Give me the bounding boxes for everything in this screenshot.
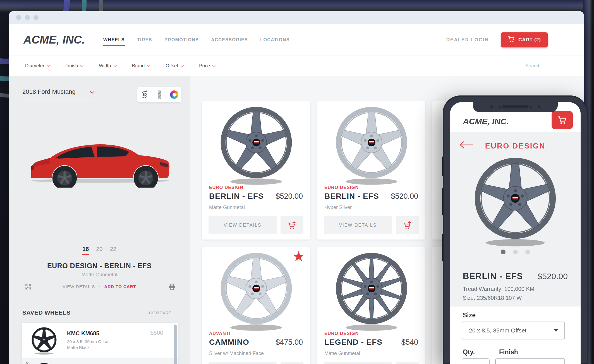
product-finish: Matte Gunmetal — [209, 205, 245, 210]
chevron-down-icon — [47, 64, 50, 67]
saved-wheels-list: KMC KM685 20 x 8.5, 35mm OffsetMatte Bla… — [22, 323, 178, 364]
product-image — [330, 104, 413, 185]
rotate-3d-button[interactable]: 3D — [137, 87, 152, 102]
vehicle-preview-image[interactable] — [23, 123, 179, 189]
site-logo: ACME, INC. — [463, 117, 509, 126]
add-to-cart-button[interactable] — [396, 216, 419, 234]
product-price: $520.00 — [391, 192, 418, 201]
nav-item-locations[interactable]: LOCATIONS — [260, 37, 290, 42]
divider — [22, 100, 94, 100]
qty-select[interactable]: 4 — [462, 358, 490, 364]
product-brand: EURO DESIGN — [209, 185, 243, 190]
product-name: LEGEND - EFS — [324, 338, 382, 347]
product-card[interactable]: EURO DESIGN LEGEND - EFS $540 Matte Gunm… — [317, 247, 426, 364]
nav-item-wheels[interactable]: WHEELS — [103, 37, 125, 42]
add-to-cart-button[interactable] — [396, 362, 419, 364]
carousel-dot[interactable] — [501, 250, 506, 254]
compare-link[interactable]: COMPARE ... — [149, 310, 178, 315]
add-to-cart-icon — [403, 221, 412, 230]
window-control-dot[interactable] — [16, 15, 21, 20]
nav-item-accessories[interactable]: ACCESSORIES — [211, 37, 248, 42]
rotate-3d-icon: 3D — [140, 90, 149, 99]
size-tab-18[interactable]: 18 — [82, 246, 89, 255]
size-select[interactable]: 20 x 8.5, 35mm Offset — [462, 322, 565, 339]
cart-button-label: CART (2) — [518, 37, 541, 43]
finish-select[interactable]: Black Painted — [495, 358, 565, 364]
vehicle-select-value: 2018 Ford Mustang — [22, 88, 76, 95]
product-card[interactable]: ★ ADVANTI CAMMINO $475.00 Silver w/ Mach… — [202, 247, 310, 364]
product-image[interactable] — [469, 155, 561, 247]
close-icon[interactable]: × — [25, 360, 29, 364]
view-toolbar: 3D — [137, 87, 181, 102]
main-nav: WHEELS TIRES PROMOTIONS ACCESSORIES LOCA… — [103, 37, 290, 42]
wheel-size-tabs: 18 20 22 — [9, 246, 190, 255]
saved-wheel-row[interactable]: × KMC KM685 20 x 8.5, 35mm OffsetMatte B… — [22, 358, 178, 364]
product-price: $520.00 — [276, 192, 303, 201]
print-icon[interactable] — [168, 283, 176, 292]
dealer-login-link[interactable]: DEALER LOGIN — [446, 37, 489, 43]
view-details-button[interactable]: VIEW DETAILS — [324, 362, 392, 364]
wheel-thumbnail — [31, 362, 58, 364]
tire-size-spec: Size: 235/60R18 107 W — [463, 295, 522, 301]
chevron-down-icon — [147, 64, 150, 67]
saved-wheel-spec: 20 x 8.5, 35mm Offset — [67, 339, 109, 344]
search-input[interactable]: Search ... — [525, 63, 546, 69]
filter-offset[interactable]: Offset — [166, 63, 183, 69]
filter-diameter[interactable]: Diameter — [25, 63, 49, 69]
add-to-cart-link[interactable]: ADD TO CART — [104, 284, 136, 289]
suspension-button[interactable] — [152, 87, 167, 102]
saved-wheel-price: $500 — [150, 329, 163, 336]
window-control-dot[interactable] — [25, 15, 30, 20]
cart-button[interactable]: CART (2) — [501, 32, 548, 47]
filter-brand[interactable]: Brand — [132, 63, 149, 69]
add-to-cart-button[interactable] — [281, 362, 303, 364]
view-details-button[interactable]: VIEW DETAILS — [209, 216, 277, 234]
cart-button[interactable] — [552, 111, 573, 129]
chevron-down-icon — [90, 89, 95, 94]
product-name: CAMMINO — [209, 338, 249, 347]
add-to-cart-button[interactable] — [281, 216, 303, 234]
product-card[interactable]: EURO DESIGN BERLIN - EFS $520.00 Matte G… — [202, 101, 310, 240]
vehicle-select[interactable]: 2018 Ford Mustang — [22, 88, 93, 95]
filter-width[interactable]: Width — [99, 63, 116, 69]
filter-price[interactable]: Price — [199, 63, 215, 69]
carousel-dot[interactable] — [525, 250, 530, 254]
scrollbar[interactable] — [174, 324, 177, 362]
selected-wheel-finish: Matte Gunmetal — [9, 272, 190, 278]
suspension-spring-icon — [158, 90, 161, 99]
vehicle-sidebar: 2018 Ford Mustang 3D — [9, 76, 190, 364]
filter-finish[interactable]: Finish — [65, 63, 83, 69]
view-details-link[interactable]: VIEW DETAILS — [63, 284, 95, 289]
product-finish: Matte Gunmetal — [324, 351, 360, 356]
color-picker-button[interactable] — [167, 87, 181, 102]
mobile-phone-mockup: ACME, INC. EURO DESIGN — [443, 95, 588, 364]
brand-title: EURO DESIGN — [450, 142, 581, 150]
product-card[interactable]: EURO DESIGN BERLIN - EFS $520.00 Hyper S… — [317, 101, 426, 240]
site-logo[interactable]: ACME, INC. — [23, 33, 99, 46]
chevron-down-icon — [554, 329, 558, 332]
size-tab-22[interactable]: 22 — [110, 246, 116, 255]
size-tab-20[interactable]: 20 — [96, 246, 102, 255]
size-label: Size — [463, 312, 476, 319]
nav-item-promotions[interactable]: PROMOTIONS — [164, 37, 199, 42]
add-to-cart-icon — [288, 221, 296, 230]
chevron-down-icon — [114, 64, 117, 67]
saved-wheels-title: SAVED WHEELS — [22, 309, 70, 316]
scrollbar-thumb[interactable] — [174, 325, 177, 364]
product-image — [214, 104, 298, 185]
product-finish: Silver w/ Machined Face — [209, 351, 264, 356]
divider — [463, 264, 568, 264]
phone-screen: ACME, INC. EURO DESIGN — [450, 102, 581, 364]
product-price: $520.00 — [538, 272, 568, 281]
site-header: ACME, INC. WHEELS TIRES PROMOTIONS ACCES… — [9, 24, 584, 56]
view-details-button[interactable]: VIEW DETAILS — [324, 216, 392, 234]
nav-item-tires[interactable]: TIRES — [137, 37, 152, 42]
view-details-button[interactable]: VIEW DETAILS — [209, 362, 277, 364]
size-select-value: 20 x 8.5, 35mm Offset — [469, 327, 554, 334]
window-control-dot[interactable] — [33, 15, 39, 20]
product-price: $540 — [401, 338, 418, 347]
carousel-dot[interactable] — [513, 250, 518, 254]
purchase-options-panel: Size 20 x 8.5, 35mm Offset Qty. Finish 4… — [450, 306, 581, 364]
saved-wheel-row[interactable]: KMC KM685 20 x 8.5, 35mm OffsetMatte Bla… — [22, 323, 178, 358]
browser-titlebar — [9, 11, 584, 24]
